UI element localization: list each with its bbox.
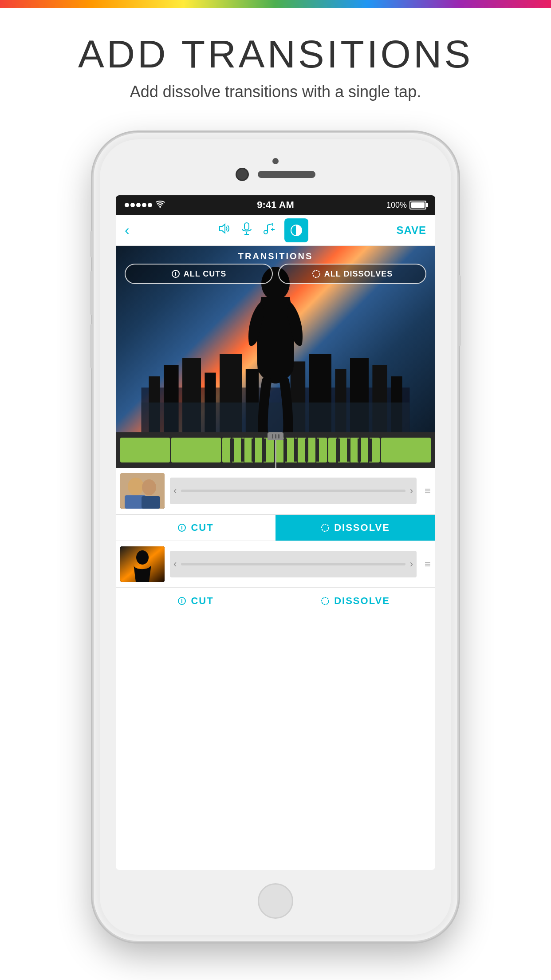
- battery-fill: [411, 202, 425, 208]
- handle-bar: [275, 440, 276, 468]
- clip-image-1: [120, 473, 165, 509]
- timeline-section[interactable]: [116, 432, 435, 468]
- battery-percent: 100%: [386, 201, 407, 210]
- microphone-icon[interactable]: [241, 222, 252, 238]
- app-toolbar: ‹: [116, 215, 435, 246]
- battery-icon: [409, 201, 426, 209]
- phone-mockup: 9:41 AM 100% ‹: [94, 133, 457, 941]
- slider-right-arrow-2[interactable]: ›: [410, 558, 413, 570]
- all-dissolves-button[interactable]: ALL DISSOLVES: [278, 264, 426, 284]
- dissolve-option-2[interactable]: DISSOLVE: [276, 588, 435, 614]
- volume-down-button: [90, 324, 94, 368]
- signal-dots: [125, 203, 152, 207]
- save-button[interactable]: SAVE: [396, 224, 426, 237]
- phone-screen: 9:41 AM 100% ‹: [116, 195, 435, 870]
- clip-slider-2[interactable]: ‹ ›: [170, 551, 417, 577]
- all-cuts-label: ALL CUTS: [184, 269, 227, 279]
- page-title: ADD TRANSITIONS: [18, 35, 533, 74]
- slider-right-arrow-1[interactable]: ›: [410, 485, 413, 497]
- clip-thumbnail-2: [120, 546, 165, 582]
- signal-dot-3: [136, 203, 141, 207]
- svg-point-41: [322, 597, 329, 605]
- svg-point-30: [142, 479, 156, 495]
- earpiece: [258, 171, 315, 178]
- clip-image-2: [120, 546, 165, 582]
- svg-rect-32: [142, 496, 160, 509]
- video-preview: TRANSITIONS ALL CUTS ALL DI: [116, 246, 435, 432]
- handle-line-2: [275, 434, 276, 439]
- clip-item-1: ‹ › ≡: [116, 468, 435, 514]
- handle-grip: [268, 432, 283, 440]
- signal-dot-2: [130, 203, 135, 207]
- cut-option-2[interactable]: CUT: [116, 588, 276, 614]
- svg-marker-0: [220, 224, 225, 233]
- toolbar-icons: [218, 218, 308, 242]
- transitions-header-label: TRANSITIONS: [116, 251, 435, 261]
- dissolve-label-1: DISSOLVE: [334, 522, 390, 533]
- signal-dot-1: [125, 203, 129, 207]
- all-dissolves-label: ALL DISSOLVES: [324, 269, 393, 279]
- cut-option-1[interactable]: CUT: [116, 515, 276, 541]
- power-button: [457, 275, 461, 346]
- music-add-icon[interactable]: [262, 222, 275, 238]
- clip-item-2: ‹ › ≡: [116, 541, 435, 588]
- volume-mute-button: [90, 231, 94, 257]
- timeline-clip-6[interactable]: [381, 438, 431, 462]
- volume-icon[interactable]: [218, 223, 231, 237]
- home-button[interactable]: [258, 883, 293, 919]
- phone-top-hardware: [236, 168, 315, 181]
- rainbow-bar: [0, 0, 551, 8]
- svg-point-38: [136, 550, 149, 565]
- svg-point-35: [322, 524, 329, 531]
- cut-label-2: CUT: [191, 595, 213, 607]
- slider-left-arrow-1[interactable]: ‹: [173, 485, 177, 497]
- header-section: ADD TRANSITIONS Add dissolve transitions…: [0, 8, 551, 119]
- status-time: 9:41 AM: [257, 199, 294, 211]
- clip-thumbnail-1: [120, 473, 165, 509]
- phone-shell: 9:41 AM 100% ‹: [94, 133, 457, 941]
- slider-track-2: [181, 563, 405, 565]
- status-bar: 9:41 AM 100%: [116, 195, 435, 215]
- handle-line-1: [272, 434, 273, 439]
- back-button[interactable]: ‹: [125, 222, 130, 238]
- transitions-button[interactable]: [284, 218, 308, 242]
- clip-drag-handle-2[interactable]: ≡: [425, 558, 431, 570]
- timeline-handle[interactable]: [268, 432, 283, 468]
- svg-point-27: [313, 270, 320, 277]
- slider-left-arrow-2[interactable]: ‹: [173, 558, 177, 570]
- all-cuts-button[interactable]: ALL CUTS: [125, 264, 273, 284]
- ambient-sensor: [272, 158, 279, 164]
- dissolve-label-2: DISSOLVE: [334, 595, 390, 607]
- phone-top-detail: [231, 158, 320, 181]
- volume-up-button: [90, 271, 94, 315]
- signal-dot-5: [148, 203, 152, 207]
- svg-point-4: [264, 230, 268, 234]
- dissolve-option-1[interactable]: DISSOLVE: [276, 515, 435, 541]
- transitions-buttons: ALL CUTS ALL DISSOLVES: [125, 264, 426, 284]
- handle-line-3: [278, 434, 279, 439]
- battery-area: 100%: [386, 201, 426, 210]
- front-camera: [236, 168, 249, 181]
- clip-slider-1[interactable]: ‹ ›: [170, 478, 417, 504]
- timeline-clip-5[interactable]: [328, 438, 380, 462]
- wifi-icon: [156, 201, 165, 210]
- page-subtitle: Add dissolve transitions with a single t…: [18, 83, 533, 101]
- signal-area: [125, 201, 165, 210]
- clip-drag-handle-1[interactable]: ≡: [425, 485, 431, 497]
- transition-row-2: CUT DISSOLVE: [116, 588, 435, 614]
- timeline-clip-1[interactable]: [120, 438, 170, 462]
- svg-point-29: [128, 478, 144, 495]
- slider-track-1: [181, 490, 405, 492]
- signal-dot-4: [142, 203, 146, 207]
- timeline-clip-2[interactable]: [171, 438, 221, 462]
- transition-row-1: CUT DISSOLVE: [116, 514, 435, 541]
- svg-rect-1: [244, 223, 249, 230]
- timeline-clip-3-active[interactable]: [222, 438, 274, 462]
- cut-label-1: CUT: [191, 522, 213, 533]
